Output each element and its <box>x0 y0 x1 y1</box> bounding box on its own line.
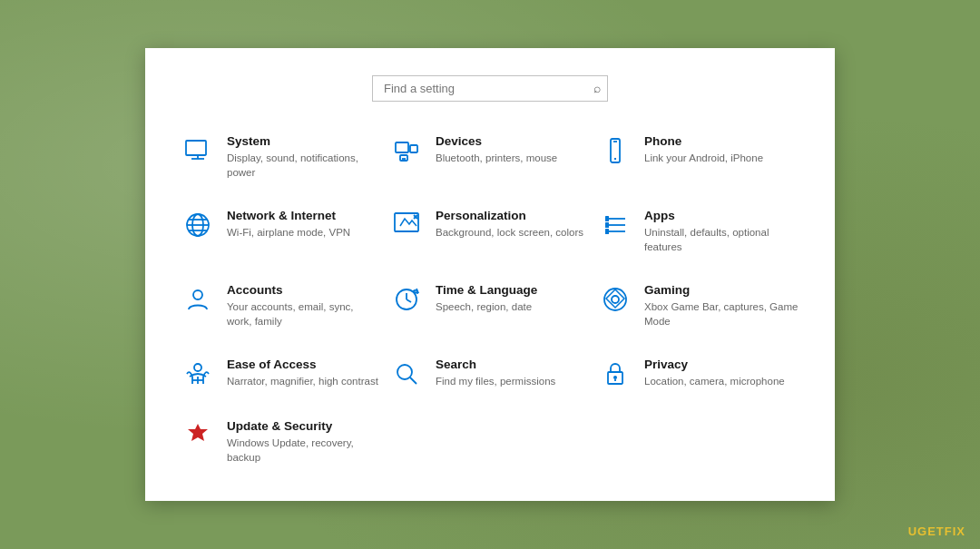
search-bar: ⌕ <box>181 75 799 102</box>
personalization-text: Personalization Background, lock screen,… <box>436 209 590 240</box>
setting-item-privacy[interactable]: Privacy Location, camera, microphone <box>599 358 799 390</box>
svg-line-30 <box>414 292 418 293</box>
update-desc: Windows Update, recovery, backup <box>227 436 381 465</box>
network-desc: Wi-Fi, airplane mode, VPN <box>227 225 381 240</box>
network-icon <box>181 209 214 241</box>
ease-icon <box>181 358 214 390</box>
svg-rect-5 <box>400 155 407 161</box>
settings-grid: System Display, sound, notifications, po… <box>181 134 799 466</box>
personalization-title: Personalization <box>436 209 590 222</box>
time-text: Time & Language Speech, region, date <box>436 283 590 314</box>
watermark-suffix: FIX <box>945 524 965 538</box>
setting-item-apps[interactable]: Apps Uninstall, defaults, optional featu… <box>599 209 799 254</box>
devices-text: Devices Bluetooth, printers, mouse <box>436 134 590 165</box>
svg-rect-22 <box>605 222 609 228</box>
network-title: Network & Internet <box>227 209 381 222</box>
setting-item-devices[interactable]: Devices Bluetooth, printers, mouse <box>390 134 590 180</box>
svg-point-33 <box>194 364 201 371</box>
svg-rect-3 <box>396 142 408 152</box>
ease-text: Ease of Access Narrator, magnifier, high… <box>227 358 381 388</box>
network-text: Network & Internet Wi-Fi, airplane mode,… <box>227 209 381 240</box>
update-text: Update & Security Windows Update, recove… <box>227 419 381 465</box>
setting-item-personalization[interactable]: Personalization Background, lock screen,… <box>390 209 590 254</box>
system-text: System Display, sound, notifications, po… <box>227 134 381 180</box>
setting-item-system[interactable]: System Display, sound, notifications, po… <box>181 134 381 180</box>
ease-desc: Narrator, magnifier, high contrast <box>227 374 381 388</box>
update-icon <box>181 419 214 452</box>
search-input[interactable] <box>372 75 608 102</box>
accounts-icon <box>181 283 214 316</box>
privacy-text: Privacy Location, camera, microphone <box>644 358 799 388</box>
search-wrapper: ⌕ <box>372 75 608 102</box>
svg-marker-39 <box>188 424 208 441</box>
setting-item-phone[interactable]: Phone Link your Android, iPhone <box>599 134 799 180</box>
watermark-prefix: UG <box>908 524 928 538</box>
apps-icon <box>599 209 632 241</box>
svg-rect-20 <box>605 216 609 221</box>
svg-rect-4 <box>410 145 417 152</box>
ease-title: Ease of Access <box>227 358 381 371</box>
update-title: Update & Security <box>227 419 381 433</box>
setting-item-ease[interactable]: Ease of Access Narrator, magnifier, high… <box>181 358 381 390</box>
setting-item-accounts[interactable]: Accounts Your accounts, email, sync, wor… <box>181 283 381 328</box>
search-icon <box>390 358 423 390</box>
accounts-text: Accounts Your accounts, email, sync, wor… <box>227 283 381 328</box>
setting-item-gaming[interactable]: Gaming Xbox Game Bar, captures, Game Mod… <box>599 283 799 328</box>
devices-desc: Bluetooth, printers, mouse <box>436 151 590 165</box>
time-desc: Speech, region, date <box>436 299 590 314</box>
phone-desc: Link your Android, iPhone <box>644 151 799 165</box>
svg-point-37 <box>613 376 617 379</box>
personalization-icon <box>390 209 423 241</box>
apps-text: Apps Uninstall, defaults, optional featu… <box>644 209 799 254</box>
gaming-title: Gaming <box>644 283 799 297</box>
privacy-title: Privacy <box>644 358 799 371</box>
privacy-desc: Location, camera, microphone <box>644 374 799 388</box>
system-icon <box>181 134 214 167</box>
search-title: Search <box>436 358 590 371</box>
svg-line-35 <box>410 377 416 384</box>
watermark: UGETFIX <box>908 524 965 538</box>
personalization-desc: Background, lock screen, colors <box>436 225 590 240</box>
setting-item-time[interactable]: Time & Language Speech, region, date <box>390 283 590 328</box>
svg-rect-24 <box>605 229 609 234</box>
gaming-icon <box>599 283 632 316</box>
svg-point-32 <box>612 296 619 303</box>
accounts-title: Accounts <box>227 283 381 297</box>
system-title: System <box>227 134 381 148</box>
search-text: Search Find my files, permissions <box>436 358 590 388</box>
gaming-text: Gaming Xbox Game Bar, captures, Game Mod… <box>644 283 799 328</box>
devices-title: Devices <box>436 134 590 148</box>
phone-text: Phone Link your Android, iPhone <box>644 134 799 165</box>
watermark-highlight: ET <box>927 524 945 538</box>
svg-point-25 <box>193 290 202 299</box>
setting-item-network[interactable]: Network & Internet Wi-Fi, airplane mode,… <box>181 209 381 254</box>
gaming-desc: Xbox Game Bar, captures, Game Mode <box>644 299 799 328</box>
svg-point-34 <box>397 365 412 379</box>
settings-window: ⌕ System Display, sound, notifications, … <box>145 48 835 502</box>
setting-item-update[interactable]: Update & Security Windows Update, recove… <box>181 419 381 465</box>
svg-rect-0 <box>186 141 206 155</box>
search-desc: Find my files, permissions <box>436 374 590 388</box>
devices-icon <box>390 134 423 167</box>
phone-title: Phone <box>644 134 799 148</box>
search-icon: ⌕ <box>593 81 601 95</box>
apps-desc: Uninstall, defaults, optional features <box>644 225 799 254</box>
svg-line-28 <box>407 299 411 302</box>
setting-item-search[interactable]: Search Find my files, permissions <box>390 358 590 390</box>
accounts-desc: Your accounts, email, sync, work, family <box>227 299 381 328</box>
privacy-icon <box>599 358 632 390</box>
time-title: Time & Language <box>436 283 590 297</box>
phone-icon <box>599 134 632 167</box>
apps-title: Apps <box>644 209 799 222</box>
time-icon <box>390 283 423 316</box>
system-desc: Display, sound, notifications, power <box>227 151 381 180</box>
